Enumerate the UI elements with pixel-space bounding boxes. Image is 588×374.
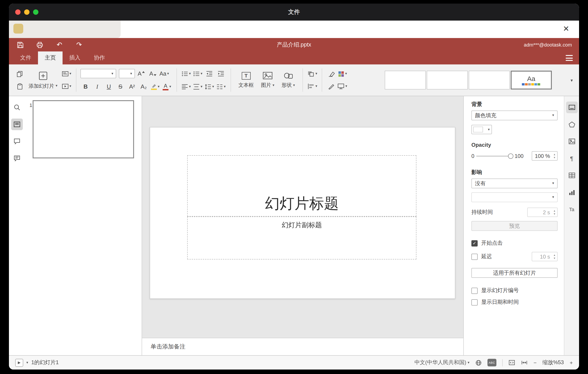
- fit-to-slide-button[interactable]: [508, 360, 515, 365]
- slide[interactable]: 幻灯片标题 幻灯片副标题: [150, 127, 455, 299]
- color-scheme-button[interactable]: ▾: [337, 68, 348, 79]
- arrange-objects-button[interactable]: ▾: [307, 68, 318, 79]
- insert-textbox-button[interactable]: T 文本框: [235, 72, 257, 88]
- theme-slot[interactable]: [469, 71, 510, 89]
- effect-select[interactable]: 没有 ▾: [471, 178, 558, 188]
- theme-slot[interactable]: [427, 71, 468, 89]
- tab-file[interactable]: 文件: [13, 51, 38, 65]
- start-on-click-checkbox[interactable]: ✓: [471, 240, 478, 246]
- spinner-down-icon[interactable]: ▼: [553, 212, 556, 215]
- delay-checkbox[interactable]: ✓: [471, 253, 478, 260]
- fill-color-select[interactable]: ▾: [471, 125, 492, 134]
- slide-size-button[interactable]: ▾: [337, 81, 348, 92]
- align-objects-button[interactable]: ▾: [307, 81, 318, 92]
- effect-type-select[interactable]: ▾: [471, 192, 558, 202]
- copy-button[interactable]: [14, 68, 25, 79]
- panel-tab-textart-settings[interactable]: Ta: [566, 204, 578, 215]
- strikethrough-button[interactable]: S: [115, 81, 126, 92]
- subtitle-placeholder[interactable]: 幻灯片副标题: [187, 217, 416, 259]
- show-slide-number-checkbox[interactable]: ✓: [471, 287, 478, 294]
- title-placeholder[interactable]: 幻灯片标题: [187, 155, 416, 217]
- opacity-slider-knob[interactable]: [508, 153, 513, 159]
- tab-collaboration[interactable]: 协作: [87, 51, 112, 65]
- sidebar-item-comments[interactable]: [11, 136, 23, 147]
- chevron-down-icon[interactable]: ▾: [26, 361, 28, 364]
- copy-style-button[interactable]: [326, 81, 337, 92]
- insert-shape-button[interactable]: 形状 ▾: [278, 72, 298, 88]
- slide-canvas[interactable]: 幻灯片标题 幻灯片副标题: [142, 96, 463, 338]
- horizontal-align-button[interactable]: ▾: [181, 81, 191, 92]
- redo-icon[interactable]: ↷: [75, 41, 83, 49]
- vertical-align-button[interactable]: ▾: [192, 81, 203, 92]
- theme-selected[interactable]: Aa: [511, 71, 552, 89]
- save-icon[interactable]: [16, 41, 24, 49]
- columns-button[interactable]: ▾: [216, 81, 226, 92]
- underline-button[interactable]: U: [104, 81, 114, 92]
- slide-layout-button[interactable]: ▾: [61, 68, 72, 79]
- show-date-time-checkbox[interactable]: ✓: [471, 299, 478, 305]
- spellcheck-icon[interactable]: ABC: [487, 359, 496, 366]
- hamburger-menu-icon[interactable]: [566, 55, 573, 61]
- fit-to-width-button[interactable]: [521, 360, 528, 365]
- italic-button[interactable]: I: [92, 81, 103, 92]
- preview-button[interactable]: 预览: [471, 221, 558, 231]
- sidebar-item-slides[interactable]: [11, 119, 23, 130]
- panel-tab-paragraph-settings[interactable]: ¶: [566, 153, 578, 164]
- gallery-expand-chevron-icon[interactable]: ▾: [571, 78, 573, 83]
- apply-to-all-button[interactable]: 适用于所有幻灯片: [471, 268, 558, 278]
- opacity-slider[interactable]: [476, 153, 513, 159]
- superscript-button[interactable]: A²: [127, 81, 137, 92]
- close-icon[interactable]: ✕: [560, 23, 572, 34]
- panel-tab-table-settings[interactable]: [566, 170, 578, 181]
- change-case-button[interactable]: Aa ▾: [159, 68, 169, 79]
- notes-area[interactable]: 单击添加备注: [142, 338, 463, 355]
- decrease-indent-button[interactable]: [204, 68, 215, 79]
- zoom-window-button[interactable]: [33, 9, 38, 15]
- background-fill-select[interactable]: 颜色填充 ▾: [471, 110, 558, 120]
- subscript-button[interactable]: A₂: [138, 81, 149, 92]
- sidebar-item-search[interactable]: [11, 101, 23, 113]
- panel-tab-image-settings[interactable]: [566, 136, 578, 147]
- tab-home[interactable]: 主页: [38, 51, 63, 65]
- font-name-combo[interactable]: ▾: [80, 69, 116, 78]
- highlight-color-button[interactable]: ▾: [150, 81, 161, 92]
- delay-spinner[interactable]: 10 s ▲▼: [532, 252, 558, 261]
- clear-style-button[interactable]: [326, 68, 337, 79]
- insert-image-button[interactable]: 图片 ▾: [257, 72, 278, 88]
- slide-thumbnail-1[interactable]: [33, 100, 134, 158]
- bullet-list-button[interactable]: ▾: [181, 68, 191, 79]
- minimize-window-button[interactable]: [24, 9, 30, 15]
- duration-spinner[interactable]: 2 s ▲▼: [527, 208, 558, 217]
- increase-font-button[interactable]: A: [136, 68, 146, 79]
- theme-slot[interactable]: [385, 71, 426, 89]
- panel-tab-slide-settings[interactable]: [566, 101, 578, 113]
- language-selector[interactable]: 中文(中华人民共和国) ▾: [414, 359, 469, 366]
- panel-tab-chart-settings[interactable]: [566, 187, 578, 198]
- zoom-in-button[interactable]: +: [570, 360, 573, 366]
- panel-tab-shape-settings[interactable]: [566, 119, 578, 130]
- document-language-button[interactable]: [475, 360, 482, 366]
- increase-indent-button[interactable]: [216, 68, 226, 79]
- zoom-out-button[interactable]: −: [534, 360, 537, 366]
- spinner-up-icon[interactable]: ▲: [553, 254, 556, 257]
- start-slideshow-button[interactable]: ▾: [61, 81, 72, 92]
- start-preview-icon[interactable]: ▶: [15, 359, 23, 367]
- opacity-spinner[interactable]: 100 % ▲▼: [532, 151, 558, 161]
- decrease-font-button[interactable]: A: [147, 68, 158, 79]
- add-slide-button[interactable]: 添加幻灯片 ▾: [25, 71, 61, 89]
- close-window-button[interactable]: [15, 9, 21, 15]
- spinner-up-icon[interactable]: ▲: [553, 209, 556, 212]
- print-icon[interactable]: [36, 41, 44, 49]
- spinner-down-icon[interactable]: ▼: [553, 257, 556, 259]
- font-size-combo[interactable]: ▾: [119, 69, 135, 78]
- spinner-up-icon[interactable]: ▲: [553, 153, 556, 156]
- spinner-down-icon[interactable]: ▼: [553, 156, 556, 159]
- paste-button[interactable]: [14, 81, 25, 92]
- font-color-button[interactable]: A ▾: [161, 81, 172, 92]
- zoom-level[interactable]: 缩放%53: [542, 359, 564, 366]
- bold-button[interactable]: B: [80, 81, 91, 92]
- tab-insert[interactable]: 插入: [63, 51, 87, 65]
- line-spacing-button[interactable]: ▾: [204, 81, 215, 92]
- undo-icon[interactable]: ↶: [55, 41, 63, 49]
- sidebar-item-chat[interactable]: [11, 153, 23, 164]
